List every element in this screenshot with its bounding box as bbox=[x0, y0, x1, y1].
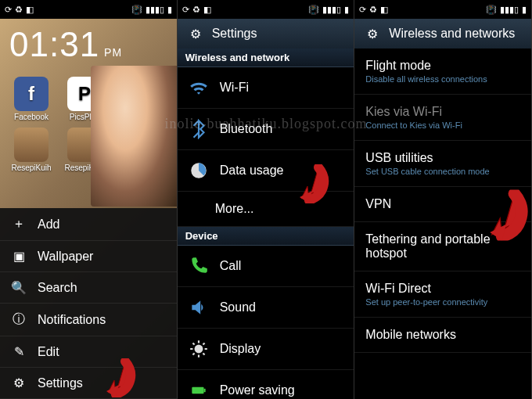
signal-icon: ▮▮▮▯ bbox=[500, 5, 519, 15]
recycle-icon: ♻ bbox=[192, 5, 200, 15]
clip-icon: ◧ bbox=[203, 5, 211, 15]
setting-label: Sound bbox=[220, 300, 256, 315]
setting-sub: Connect to Kies via Wi-Fi bbox=[365, 120, 462, 130]
vibrate-icon: 📳 bbox=[308, 5, 319, 15]
menu-label: Add bbox=[38, 217, 59, 232]
recycle-icon: ♻ bbox=[15, 5, 23, 15]
menu-wallpaper[interactable]: ▣Wallpaper bbox=[0, 241, 177, 272]
app-label: Facebook bbox=[14, 113, 49, 121]
gear-icon: ⚙ bbox=[364, 25, 381, 42]
setting-usb[interactable]: USB utilitiesSet USB cable connection mo… bbox=[354, 141, 531, 187]
phone-wireless-networks: ⟳♻◧ 📳▮▮▮▯▮ ⚙ Wireless and networks Fligh… bbox=[354, 0, 532, 399]
setting-sound[interactable]: Sound bbox=[178, 287, 354, 329]
phone-icon bbox=[189, 256, 209, 276]
setting-label: More... bbox=[215, 202, 254, 216]
setting-kies[interactable]: Kies via Wi-FiConnect to Kies via Wi-Fi bbox=[354, 95, 531, 141]
phone-home-screen: ⟳ ♻ ◧ 📳 ▮▮▮▯ ▮ 01:31 PM fFacebook PPicsP… bbox=[0, 0, 178, 399]
setting-label: Mobile networks bbox=[365, 328, 456, 342]
menu-label: Settings bbox=[38, 376, 83, 390]
gear-icon: ⚙ bbox=[187, 25, 204, 42]
setting-bluetooth[interactable]: Bluetooth bbox=[178, 109, 354, 150]
setting-flight-mode[interactable]: Flight modeDisable all wireless connecti… bbox=[354, 49, 531, 95]
setting-display[interactable]: Display bbox=[178, 329, 354, 370]
section-wireless: Wireless and network bbox=[178, 49, 354, 67]
vibrate-icon: 📳 bbox=[486, 5, 497, 15]
setting-sub: Set USB cable connection mode bbox=[365, 167, 489, 176]
info-icon: ⓘ bbox=[11, 311, 27, 328]
settings-list[interactable]: Wireless and network Wi-Fi Bluetooth Dat… bbox=[178, 49, 354, 399]
setting-tethering[interactable]: Tethering and portable hotspot bbox=[354, 222, 531, 271]
setting-label: Data usage bbox=[220, 164, 284, 178]
vibrate-icon: 📳 bbox=[131, 5, 142, 15]
battery-icon: ▮ bbox=[167, 5, 172, 15]
menu-edit[interactable]: ✎Edit bbox=[0, 336, 177, 368]
sync-icon: ⟳ bbox=[5, 5, 12, 15]
setting-label: Flight mode bbox=[365, 59, 487, 73]
app-label: ResepiKuih bbox=[11, 164, 51, 172]
setting-mobile-networks[interactable]: Mobile networks bbox=[354, 318, 531, 353]
setting-vpn[interactable]: VPN bbox=[354, 187, 531, 222]
page-title: Settings bbox=[212, 27, 257, 41]
svg-rect-3 bbox=[203, 389, 205, 392]
status-bar: ⟳♻◧ 📳▮▮▮▯▮ bbox=[354, 0, 531, 19]
setting-sub: Set up peer-to-peer connectivity bbox=[365, 297, 487, 307]
clock-time: 01:31 bbox=[9, 25, 99, 64]
menu-label: Search bbox=[38, 281, 77, 295]
setting-label: Display bbox=[220, 342, 261, 356]
setting-label: Power saving bbox=[220, 383, 295, 397]
picture-icon: ▣ bbox=[11, 249, 27, 264]
recycle-icon: ♻ bbox=[369, 5, 377, 15]
menu-label: Notifications bbox=[38, 313, 106, 327]
home-wallpaper[interactable]: 01:31 PM fFacebook PPicsPlay ResepiKuih … bbox=[0, 19, 177, 399]
gear-icon: ⚙ bbox=[11, 376, 27, 390]
menu-label: Edit bbox=[38, 345, 59, 359]
pencil-icon: ✎ bbox=[11, 344, 27, 359]
menu-settings[interactable]: ⚙Settings bbox=[0, 368, 177, 399]
setting-label: Kies via Wi-Fi bbox=[365, 105, 462, 119]
menu-label: Wallpaper bbox=[38, 250, 93, 264]
app-facebook[interactable]: fFacebook bbox=[9, 77, 53, 121]
setting-sub: Disable all wireless connections bbox=[365, 74, 487, 84]
svg-point-1 bbox=[194, 345, 203, 354]
plus-icon: ＋ bbox=[11, 216, 27, 232]
setting-label: Wi-Fi bbox=[220, 81, 249, 95]
facebook-icon: f bbox=[14, 77, 49, 111]
app-resepikuih-1[interactable]: ResepiKuih bbox=[9, 128, 53, 172]
setting-label: Bluetooth bbox=[220, 122, 273, 136]
clip-icon: ◧ bbox=[26, 5, 34, 15]
setting-more[interactable]: More... bbox=[178, 192, 354, 227]
data-usage-icon bbox=[189, 160, 209, 181]
status-bar: ⟳ ♻ ◧ 📳 ▮▮▮▯ ▮ bbox=[0, 0, 177, 19]
setting-call[interactable]: Call bbox=[178, 246, 354, 287]
setting-data-usage[interactable]: Data usage bbox=[178, 150, 354, 192]
battery-icon: ▮ bbox=[522, 5, 527, 15]
setting-wifi[interactable]: Wi-Fi bbox=[178, 67, 354, 109]
status-bar: ⟳♻◧ 📳▮▮▮▯▮ bbox=[178, 0, 354, 19]
signal-icon: ▮▮▮▯ bbox=[146, 5, 164, 15]
sync-icon: ⟳ bbox=[359, 5, 366, 15]
menu-add[interactable]: ＋Add bbox=[0, 208, 177, 241]
setting-wifi-direct[interactable]: Wi-Fi DirectSet up peer-to-peer connecti… bbox=[354, 271, 531, 318]
setting-label: USB utilities bbox=[365, 151, 489, 165]
clip-icon: ◧ bbox=[380, 5, 388, 15]
speaker-icon bbox=[189, 297, 209, 318]
page-title: Wireless and networks bbox=[389, 27, 515, 41]
setting-label: Wi-Fi Direct bbox=[365, 282, 487, 296]
setting-label: Tethering and portable hotspot bbox=[365, 232, 520, 261]
sync-icon: ⟳ bbox=[182, 5, 189, 15]
settings-header: ⚙ Settings bbox=[178, 19, 354, 49]
battery-icon: ▮ bbox=[344, 5, 349, 15]
setting-power-saving[interactable]: Power saving bbox=[178, 370, 354, 399]
menu-search[interactable]: 🔍Search bbox=[0, 272, 177, 304]
section-device: Device bbox=[178, 227, 354, 246]
home-context-menu: ＋Add ▣Wallpaper 🔍Search ⓘNotifications ✎… bbox=[0, 208, 177, 399]
wifi-icon bbox=[189, 77, 209, 98]
clock-ampm: PM bbox=[104, 46, 122, 59]
signal-icon: ▮▮▮▯ bbox=[322, 5, 341, 15]
battery-icon bbox=[189, 380, 209, 399]
wireless-header: ⚙ Wireless and networks bbox=[354, 19, 531, 49]
menu-notifications[interactable]: ⓘNotifications bbox=[0, 304, 177, 336]
wireless-list[interactable]: Flight modeDisable all wireless connecti… bbox=[354, 49, 531, 399]
setting-label: VPN bbox=[365, 197, 391, 211]
recipe-icon bbox=[14, 128, 49, 162]
